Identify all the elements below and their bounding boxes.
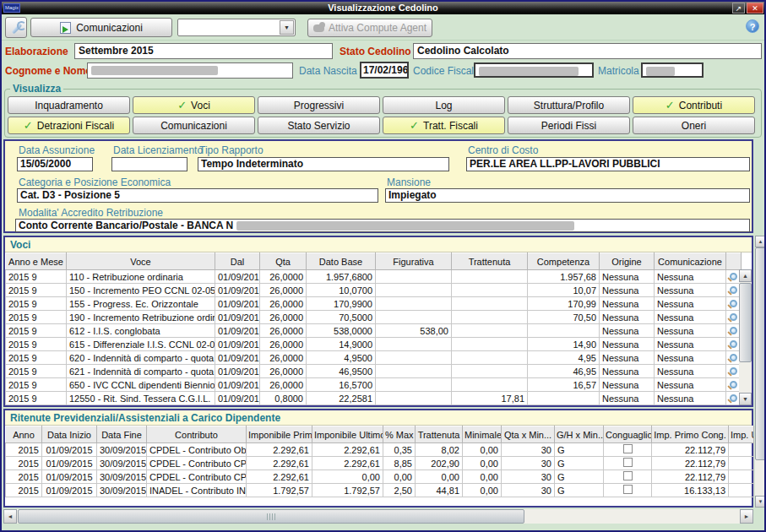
scrollbar-thumb[interactable] bbox=[739, 283, 752, 362]
categoria-posizione-field[interactable]: Cat. D3 - Posizione 5 bbox=[17, 188, 378, 203]
data-licenziamento-field[interactable] bbox=[111, 157, 187, 171]
conguaglio-checkbox[interactable] bbox=[623, 485, 633, 494]
data-nascita-field[interactable]: 17/02/1967 bbox=[360, 62, 409, 79]
page-vertical-scrollbar[interactable]: ▲ ▼ bbox=[755, 236, 766, 508]
maximize-button[interactable]: ↗ bbox=[732, 3, 745, 14]
cell: 01/09/2015 bbox=[215, 311, 260, 324]
visualizza-button-voci[interactable]: ✓Voci bbox=[133, 96, 255, 114]
visualizza-button-progressivi[interactable]: Progressivi bbox=[258, 96, 380, 114]
magnifier-icon[interactable] bbox=[730, 367, 737, 375]
redacted-value bbox=[479, 67, 579, 76]
table-row[interactable]: 2015 9612 - I.I.S. conglobata01/09/20152… bbox=[6, 324, 742, 338]
cell: 26,0000 bbox=[260, 365, 307, 378]
table-row[interactable]: 201501/09/201530/09/2015CPDEL - Contribu… bbox=[6, 470, 754, 484]
table-row[interactable]: 2015 9650 - IVC CCNL dipendenti Biennio … bbox=[6, 378, 742, 392]
scroll-right-icon[interactable]: ► bbox=[740, 509, 753, 524]
table-row[interactable]: 2015 9621 - Indennità di comparto - quot… bbox=[6, 365, 742, 378]
table-row[interactable]: 2015 9150 - Incremento PEO CCNL 02-0501/… bbox=[6, 284, 742, 297]
visualizza-button-tratt-fiscali[interactable]: ✓Tratt. Fiscali bbox=[383, 117, 505, 134]
chevron-down-icon[interactable]: ▼ bbox=[280, 20, 294, 35]
document-arrow-icon bbox=[60, 22, 71, 34]
cell bbox=[376, 284, 452, 297]
data-assunzione-field[interactable]: 15/05/2000 bbox=[17, 157, 93, 171]
voci-vertical-scrollbar[interactable]: ▲ ▼ bbox=[739, 269, 752, 405]
toolbar-combobox[interactable]: ▼ bbox=[177, 19, 296, 36]
visualizza-button-contributi[interactable]: ✓Contributi bbox=[633, 96, 755, 114]
attiva-compute-agent-button[interactable]: Attiva Compute Agent bbox=[307, 19, 432, 37]
table-row[interactable]: 201501/09/201530/09/2015CPDEL - Contribu… bbox=[6, 457, 754, 470]
table-row[interactable]: 2015 9190 - Incremento Retribuzione ordi… bbox=[6, 311, 742, 324]
cell: 01/09/2015 bbox=[215, 392, 260, 405]
table-row[interactable]: 2015 912550 - Rit. Sind. Tessera C.G.I.L… bbox=[6, 392, 742, 405]
magnifier-icon[interactable] bbox=[730, 354, 737, 361]
visualizza-group: Visualizza Inquadramento✓VociProgressivi… bbox=[4, 83, 762, 138]
help-icon[interactable]: ? bbox=[746, 19, 759, 33]
scroll-up-icon[interactable]: ▲ bbox=[755, 236, 766, 247]
stato-cedolino-field[interactable]: Cedolino Calcolato bbox=[413, 43, 762, 59]
cell: Nessuna bbox=[655, 270, 726, 284]
visualizza-button-periodi-fissi[interactable]: Periodi Fissi bbox=[508, 117, 630, 134]
visualizza-button-oneri[interactable]: Oneri bbox=[633, 117, 755, 134]
close-button[interactable]: ✕ bbox=[747, 3, 763, 14]
conguaglio-checkbox[interactable] bbox=[623, 444, 633, 453]
centro-di-costo-field[interactable]: PER.LE AREA LL.PP-LAVORI PUBBLICI bbox=[466, 157, 750, 171]
cognome-nome-field[interactable] bbox=[87, 62, 293, 79]
scrollbar-thumb[interactable] bbox=[18, 509, 524, 524]
visualizza-button-comunicazioni[interactable]: Comunicazioni bbox=[133, 117, 255, 134]
codice-fiscale-field[interactable] bbox=[474, 62, 594, 78]
tools-button[interactable] bbox=[5, 17, 27, 38]
cell: 22.112,79 bbox=[652, 457, 729, 470]
table-row[interactable]: 201501/09/201530/09/2015INADEL - Contrib… bbox=[6, 484, 754, 497]
elaborazione-label: Elaborazione bbox=[5, 46, 68, 57]
scroll-left-icon[interactable]: ◄ bbox=[3, 509, 17, 524]
cell: Nessuna bbox=[600, 392, 655, 405]
table-row[interactable]: 2015 9615 - Differenziale I.I.S. CCNL 02… bbox=[6, 338, 742, 351]
cell: CPDEL - Contributo Obb bbox=[147, 443, 247, 457]
cell: 2015 bbox=[6, 457, 42, 470]
modalita-accredito-field[interactable]: Conto Corrente Bancario/Postale - BANCA … bbox=[15, 219, 750, 232]
magnifier-icon[interactable] bbox=[730, 340, 737, 348]
cell: 2015 9 bbox=[6, 311, 67, 324]
visualizza-button-struttura-profilo[interactable]: Struttura/Profilo bbox=[508, 96, 630, 114]
matricola-field[interactable] bbox=[641, 62, 704, 78]
visualizza-button-stato-servizio[interactable]: Stato Servizio bbox=[258, 117, 380, 134]
magnifier-icon[interactable] bbox=[730, 313, 737, 321]
magnifier-icon[interactable] bbox=[730, 394, 737, 402]
magnifier-icon[interactable] bbox=[730, 273, 737, 280]
tipo-rapporto-field[interactable]: Tempo Indeterminato bbox=[198, 157, 449, 171]
cell: 2015 9 bbox=[6, 324, 67, 338]
attiva-label: Attiva Compute Agent bbox=[329, 22, 426, 34]
categoria-posizione-label: Categoria e Posizione Economica bbox=[19, 176, 171, 188]
visualizza-button-log[interactable]: Log bbox=[383, 96, 505, 114]
cell: 12550 - Rit. Sind. Tessera C.G.I.L. bbox=[67, 392, 215, 405]
cell bbox=[604, 470, 652, 484]
mansione-field[interactable]: Impiegato bbox=[385, 188, 750, 203]
cell: 4,9500 bbox=[307, 351, 376, 365]
scroll-down-icon[interactable]: ▼ bbox=[739, 393, 752, 405]
table-row[interactable]: 2015 9110 - Retribuzione ordinaria01/09/… bbox=[6, 270, 742, 284]
cell: 2015 9 bbox=[6, 284, 67, 297]
scroll-down-icon[interactable]: ▼ bbox=[755, 496, 766, 508]
cell: 01/09/2015 bbox=[215, 378, 260, 392]
button-label: Comunicazioni bbox=[160, 120, 227, 132]
conguaglio-checkbox[interactable] bbox=[623, 471, 633, 480]
magnifier-icon[interactable] bbox=[730, 286, 737, 294]
table-row[interactable]: 2015 9155 - Progress. Ec. Orizzontale01/… bbox=[6, 297, 742, 311]
magnifier-icon[interactable] bbox=[730, 300, 737, 307]
conguaglio-checkbox[interactable] bbox=[623, 458, 633, 467]
column-header-dal: Dal bbox=[215, 253, 260, 270]
horizontal-scrollbar[interactable]: ◄ ► bbox=[3, 509, 753, 524]
elaborazione-field[interactable]: Settembre 2015 bbox=[74, 43, 333, 59]
scrollbar-thumb[interactable] bbox=[755, 247, 766, 460]
titlebar[interactable]: Magix Visualizzazione Cedolino ↗ ✕ bbox=[2, 2, 764, 14]
ritenute-title: Ritenute Previdenziali/Assistenziali a C… bbox=[5, 410, 752, 426]
visualizza-button-detrazioni-fiscali[interactable]: ✓Detrazioni Fiscali bbox=[8, 117, 130, 134]
table-row[interactable]: 2015 9620 - Indennità di comparto - quot… bbox=[6, 351, 742, 365]
comunicazioni-button[interactable]: Comunicazioni bbox=[30, 18, 172, 37]
magnifier-icon[interactable] bbox=[730, 381, 737, 388]
magnifier-icon[interactable] bbox=[730, 327, 737, 334]
visualizza-button-inquadramento[interactable]: Inquadramento bbox=[8, 96, 130, 114]
cell: CPDEL - Contributo CPD bbox=[147, 470, 247, 484]
table-row[interactable]: 201501/09/201530/09/2015CPDEL - Contribu… bbox=[6, 443, 754, 457]
scroll-up-icon[interactable]: ▲ bbox=[739, 269, 752, 282]
